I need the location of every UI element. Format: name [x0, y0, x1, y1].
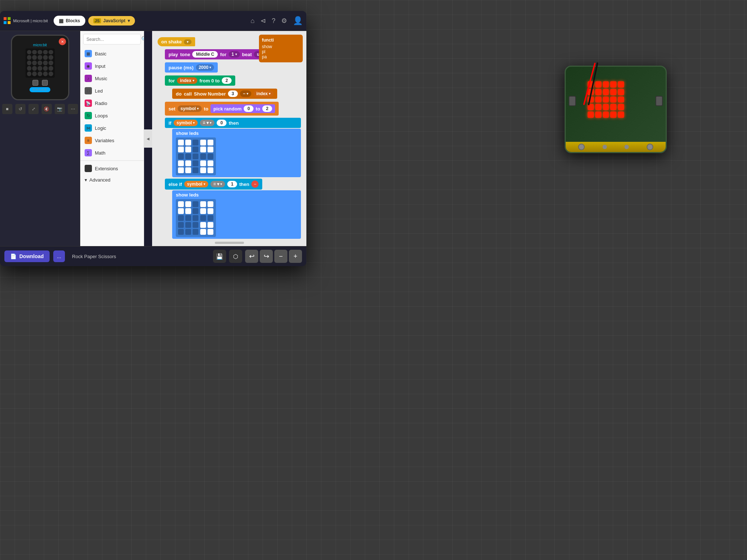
led-cell[interactable]: [200, 215, 206, 221]
led-cell[interactable]: [185, 160, 191, 166]
settings-icon[interactable]: ⚙: [281, 17, 287, 25]
led-cell[interactable]: [200, 222, 206, 228]
toolbox-item-led[interactable]: □ Led: [80, 85, 144, 97]
else-if-block[interactable]: else if symbol = ▾ 1 then −: [165, 179, 262, 190]
led-cell[interactable]: [208, 160, 213, 166]
physical-button-a[interactable]: [569, 96, 576, 106]
set-symbol-block[interactable]: set symbol to pick random 0 to 2: [165, 102, 279, 116]
for-loop-block[interactable]: for index from 0 to 2: [165, 75, 235, 86]
advanced-section[interactable]: ▾ Advanced: [80, 175, 144, 185]
toolbox-item-variables[interactable]: ≡ Variables: [80, 134, 144, 147]
toolbox-item-math[interactable]: ∑ Math: [80, 147, 144, 159]
beat-count-dropdown[interactable]: 1: [229, 51, 240, 58]
led-cell[interactable]: [193, 160, 198, 166]
share-icon[interactable]: ⊲: [260, 17, 266, 25]
random-0-pill[interactable]: 0: [244, 105, 253, 112]
led-cell[interactable]: [208, 201, 213, 207]
if-symbol-dropdown[interactable]: symbol: [174, 120, 198, 126]
led-cell[interactable]: [185, 140, 191, 145]
led-cell[interactable]: [178, 201, 184, 207]
redo-button[interactable]: ↪: [260, 250, 273, 263]
led-cell[interactable]: [178, 147, 184, 152]
led-cell[interactable]: [200, 208, 206, 214]
github-button[interactable]: ⬡: [229, 250, 242, 263]
download-button[interactable]: 📄 Download: [4, 250, 50, 262]
led-grid-1[interactable]: [176, 137, 216, 175]
led-cell[interactable]: [178, 153, 184, 159]
led-cell[interactable]: [185, 222, 191, 228]
led-cell[interactable]: [200, 147, 206, 152]
led-cell[interactable]: [200, 167, 206, 173]
zoom-in-button[interactable]: +: [289, 250, 302, 263]
else-if-symbol-dropdown[interactable]: symbol: [184, 181, 208, 187]
show-leds-1-block[interactable]: show leds: [172, 129, 301, 177]
sim-stop-button[interactable]: ■: [2, 104, 12, 114]
javascript-tab[interactable]: JS JavaScript ▾: [88, 16, 135, 26]
led-cell[interactable]: [200, 201, 206, 207]
on-shake-block[interactable]: on shake: [158, 37, 195, 46]
sim-more-button[interactable]: ⋯: [68, 104, 78, 114]
save-button[interactable]: 💾: [213, 250, 226, 263]
pick-random-block[interactable]: pick random 0 to 2: [210, 104, 275, 113]
led-cell[interactable]: [208, 222, 213, 228]
led-cell[interactable]: [208, 167, 213, 173]
led-cell[interactable]: [208, 215, 213, 221]
led-cell[interactable]: [193, 222, 198, 228]
led-cell[interactable]: [200, 160, 206, 166]
toolbox-collapse-button[interactable]: ◀: [144, 129, 152, 148]
middle-c-pill[interactable]: Middle C: [192, 51, 218, 58]
zoom-out-button[interactable]: −: [274, 250, 287, 263]
led-cell[interactable]: [208, 147, 213, 152]
show-leds-2-block[interactable]: show leds: [172, 190, 301, 239]
physical-button-b[interactable]: [655, 96, 663, 106]
index-var-dropdown[interactable]: index: [253, 90, 274, 97]
led-cell[interactable]: [178, 229, 184, 235]
led-cell[interactable]: [178, 208, 184, 214]
led-cell[interactable]: [185, 167, 191, 173]
led-cell[interactable]: [193, 208, 198, 214]
led-cell[interactable]: [200, 229, 206, 235]
led-cell[interactable]: [193, 201, 198, 207]
toolbox-item-radio[interactable]: 📡 Radio: [80, 97, 144, 109]
led-cell[interactable]: [178, 215, 184, 221]
simulator-close-button[interactable]: ✕: [59, 38, 66, 45]
led-cell[interactable]: [185, 153, 191, 159]
num-3-pill[interactable]: 3: [228, 90, 238, 97]
more-options-button[interactable]: ...: [53, 250, 65, 262]
else-if-remove-button[interactable]: −: [251, 180, 259, 188]
led-cell[interactable]: [208, 140, 213, 145]
led-cell[interactable]: [185, 215, 191, 221]
pause-value-dropdown[interactable]: 2000: [196, 64, 214, 71]
toolbox-item-extensions[interactable]: + Extensions: [80, 162, 144, 175]
sim-restart-button[interactable]: ↺: [15, 104, 26, 114]
led-cell[interactable]: [208, 229, 213, 235]
led-cell[interactable]: [193, 215, 198, 221]
index-dropdown[interactable]: index: [177, 77, 197, 84]
pause-block[interactable]: pause (ms) 2000: [165, 62, 218, 73]
led-cell[interactable]: [185, 229, 191, 235]
toolbox-item-logic[interactable]: ⋈ Logic: [80, 122, 144, 134]
led-grid-2[interactable]: [176, 199, 216, 237]
sim-button-b[interactable]: [42, 80, 48, 86]
random-2-pill[interactable]: 2: [262, 105, 272, 112]
if-block[interactable]: if symbol = ▾ 0 then: [165, 118, 301, 128]
toolbox-item-basic[interactable]: ▦ Basic: [80, 47, 144, 60]
led-cell[interactable]: [178, 222, 184, 228]
led-cell[interactable]: [185, 147, 191, 152]
led-cell[interactable]: [193, 147, 198, 152]
led-cell[interactable]: [178, 140, 184, 145]
minus-dropdown[interactable]: −: [240, 90, 251, 97]
else-if-one-pill[interactable]: 1: [227, 181, 237, 187]
toolbox-item-music[interactable]: ♪ Music: [80, 72, 144, 85]
led-cell[interactable]: [185, 201, 191, 207]
blocks-tab[interactable]: ▦ Blocks: [54, 16, 85, 26]
led-cell[interactable]: [200, 153, 206, 159]
blocks-workspace[interactable]: on shake play tone Middle C for 1 beat u…: [152, 31, 306, 246]
led-cell[interactable]: [200, 140, 206, 145]
led-cell[interactable]: [193, 140, 198, 145]
horizontal-scrollbar[interactable]: [215, 242, 244, 244]
led-cell[interactable]: [178, 160, 184, 166]
toolbox-item-input[interactable]: ◉ Input: [80, 60, 144, 72]
call-show-number-block[interactable]: do call Show Number 3 − index: [172, 89, 277, 99]
led-cell[interactable]: [193, 167, 198, 173]
